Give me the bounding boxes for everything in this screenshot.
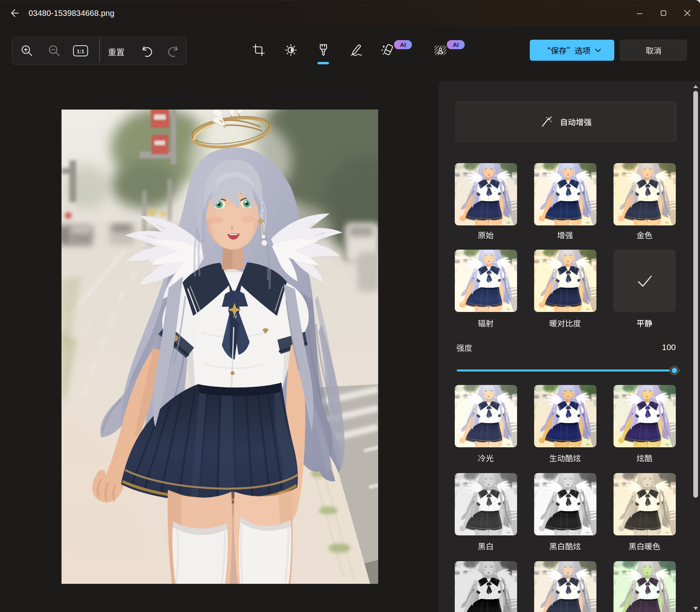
svg-text:1:1: 1:1 xyxy=(77,48,85,54)
